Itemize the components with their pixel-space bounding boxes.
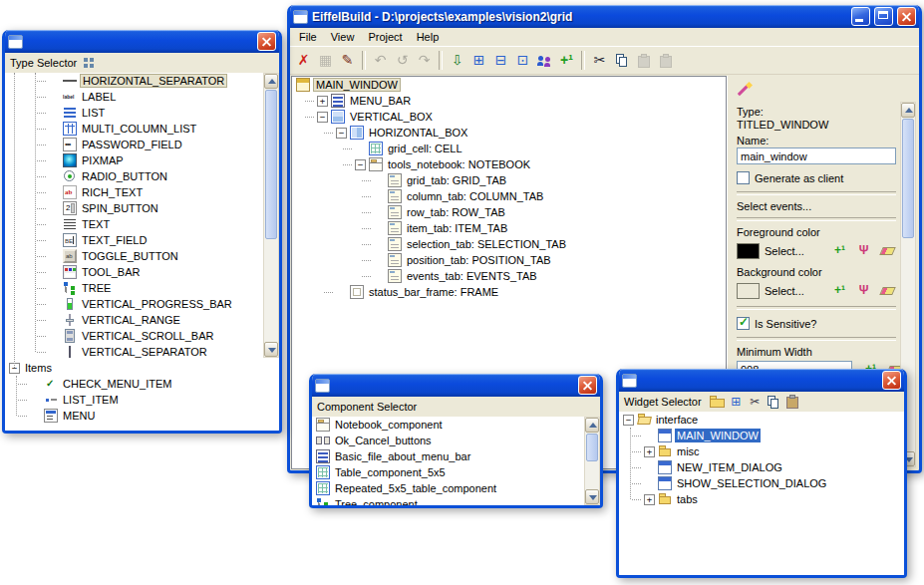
widget-item-main-window[interactable]: MAIN_WINDOW bbox=[619, 428, 904, 443]
type-item-vertical-range[interactable]: VERTICAL_RANGE bbox=[5, 312, 279, 328]
widget-item-tabs[interactable]: +tabs bbox=[619, 491, 904, 507]
expand-icon[interactable]: + bbox=[317, 96, 328, 107]
collapse-icon[interactable]: − bbox=[336, 128, 347, 139]
scroll-thumb[interactable] bbox=[902, 119, 914, 238]
foreground-swatch[interactable] bbox=[737, 243, 760, 259]
eraser-icon[interactable] bbox=[879, 242, 896, 259]
scroll-thumb[interactable] bbox=[586, 434, 598, 461]
maximize-button[interactable] bbox=[874, 7, 893, 26]
eraser-icon[interactable] bbox=[879, 282, 896, 299]
expand-icon[interactable]: + bbox=[644, 446, 655, 457]
paste-icon[interactable] bbox=[784, 394, 801, 411]
window-horizontal-icon[interactable]: ⊟ bbox=[490, 50, 511, 71]
scroll-down-button[interactable] bbox=[264, 342, 278, 357]
type-item-radio-button[interactable]: RADIO_BUTTON bbox=[5, 168, 279, 184]
type-item-spin-button[interactable]: SPIN_BUTTON bbox=[5, 200, 279, 216]
tree-item-grid-cell-cell[interactable]: grid_cell: CELL bbox=[292, 141, 726, 156]
collapse-icon[interactable]: − bbox=[355, 159, 366, 170]
scroll-thumb[interactable] bbox=[265, 90, 277, 239]
tree-item-item-tab-item-tab[interactable]: item_tab: ITEM_TAB bbox=[292, 220, 726, 236]
menu-project[interactable]: Project bbox=[361, 30, 409, 44]
type-item-check-menu-item[interactable]: CHECK_MENU_ITEM bbox=[5, 376, 279, 392]
collapse-icon[interactable]: − bbox=[623, 415, 634, 426]
close-button[interactable] bbox=[257, 32, 276, 51]
delete-icon[interactable]: ✗ bbox=[293, 50, 314, 71]
collapse-icon[interactable]: − bbox=[317, 112, 328, 123]
pick-icon[interactable]: Ψ bbox=[855, 282, 872, 299]
add-window-icon[interactable]: ⊞ bbox=[728, 394, 745, 411]
widget-item-new-item-dialog[interactable]: NEW_ITEM_DIALOG bbox=[619, 459, 904, 475]
type-item-text[interactable]: TEXT bbox=[5, 216, 279, 232]
type-item-rich-text[interactable]: RICH_TEXT bbox=[5, 184, 279, 200]
window-vertical-icon[interactable]: ⊡ bbox=[512, 50, 533, 71]
type-item-tree[interactable]: TREE bbox=[5, 280, 279, 296]
type-item-password-field[interactable]: PASSWORD_FIELD bbox=[5, 137, 279, 152]
generate-icon[interactable]: ⇩ bbox=[447, 50, 467, 71]
type-item-text-field[interactable]: TEXT_FIELD bbox=[5, 232, 279, 248]
tree-item-grid-tab-grid-tab[interactable]: grid_tab: GRID_TAB bbox=[292, 172, 726, 188]
add-one-icon[interactable]: +¹ bbox=[831, 282, 848, 299]
type-item-vertical-separator[interactable]: VERTICAL_SEPARATOR bbox=[5, 344, 279, 360]
is-sensitive-checkbox[interactable] bbox=[737, 317, 750, 330]
widget-item-interface[interactable]: −interface bbox=[619, 412, 904, 428]
tree-item-position-tab-position-tab[interactable]: position_tab: POSITION_TAB bbox=[292, 252, 726, 268]
tree-item-menu-bar[interactable]: +MENU_BAR bbox=[292, 93, 726, 109]
tree-item-selection-tab-selection-tab[interactable]: selection_tab: SELECTION_TAB bbox=[292, 236, 726, 252]
main-titlebar[interactable]: EiffelBuild - D:\projects\examples\visio… bbox=[290, 5, 919, 28]
add-one-icon[interactable]: +¹ bbox=[556, 50, 577, 71]
close-button[interactable] bbox=[578, 376, 597, 395]
type-item-vertical-progress-bar[interactable]: VERTICAL_PROGRESS_BAR bbox=[5, 296, 279, 312]
scroll-up-button[interactable] bbox=[585, 418, 599, 433]
tree-item-column-tab-column-tab[interactable]: column_tab: COLUMN_TAB bbox=[292, 188, 726, 204]
scroll-up-button[interactable] bbox=[264, 74, 278, 89]
select-events-link[interactable]: Select events... bbox=[737, 200, 896, 212]
type-item-horizontal-separator[interactable]: HORIZONTAL_SEPARATOR bbox=[5, 73, 279, 89]
foreground-select-button[interactable]: Select... bbox=[765, 245, 804, 257]
tree-item-vertical-box[interactable]: −VERTICAL_BOX bbox=[292, 109, 726, 125]
menu-help[interactable]: Help bbox=[410, 30, 447, 44]
tree-item-row-tab-row-tab[interactable]: row_tab: ROW_TAB bbox=[292, 204, 726, 220]
copy-icon[interactable] bbox=[766, 394, 782, 411]
tree-item-events-tab-events-tab[interactable]: events_tab: EVENTS_TAB bbox=[292, 268, 726, 284]
type-selector-scrollbar[interactable] bbox=[263, 73, 279, 358]
expand-icon[interactable]: + bbox=[644, 494, 655, 505]
component-item-repeated-5x5-table-component[interactable]: Repeated_5x5_table_component bbox=[312, 480, 600, 496]
new-folder-icon[interactable] bbox=[709, 394, 726, 411]
type-item-tool-bar[interactable]: TOOL_BAR bbox=[5, 264, 279, 280]
type-selector-titlebar[interactable] bbox=[5, 30, 279, 53]
minimize-button[interactable] bbox=[851, 7, 870, 26]
type-item-menu[interactable]: MENU bbox=[5, 408, 279, 424]
tree-item-status-bar-frame-frame[interactable]: status_bar_frame: FRAME bbox=[292, 284, 726, 300]
copy-icon[interactable] bbox=[611, 50, 632, 71]
component-item-table-component-5x5[interactable]: Table_component_5x5 bbox=[312, 464, 600, 480]
users-icon[interactable] bbox=[534, 50, 555, 71]
menu-file[interactable]: File bbox=[292, 30, 324, 44]
background-select-button[interactable]: Select... bbox=[765, 285, 804, 297]
close-button[interactable] bbox=[897, 7, 916, 26]
add-one-icon[interactable]: +¹ bbox=[831, 242, 848, 259]
type-item-list[interactable]: LIST bbox=[5, 105, 279, 121]
component-item-notebook-component[interactable]: Notebook_component bbox=[312, 417, 600, 433]
tree-item-tools-notebook-notebook[interactable]: −tools_notebook: NOTEBOOK bbox=[292, 156, 726, 172]
pick-icon[interactable]: Ψ bbox=[855, 242, 872, 259]
tree-item-horizontal-box[interactable]: −HORIZONTAL_BOX bbox=[292, 125, 726, 141]
type-item-multi-column-list[interactable]: MULTI_COLUMN_LIST bbox=[5, 121, 279, 137]
close-button[interactable] bbox=[882, 371, 901, 390]
type-item-list-item[interactable]: LIST_ITEM bbox=[5, 392, 279, 408]
type-item-items[interactable]: −Items bbox=[5, 360, 279, 376]
widget-item-show-selection-dialog[interactable]: SHOW_SELECTION_DIALOG bbox=[619, 475, 904, 491]
type-item-vertical-scroll-bar[interactable]: VERTICAL_SCROLL_BAR bbox=[5, 328, 279, 344]
widget-item-misc[interactable]: +misc bbox=[619, 443, 904, 459]
type-item-label[interactable]: LABEL bbox=[5, 89, 279, 105]
component-item-basic-file-about-menu-bar[interactable]: Basic_file_about_menu_bar bbox=[312, 448, 600, 464]
type-item-toggle-button[interactable]: TOGGLE_BUTTON bbox=[5, 248, 279, 264]
background-swatch[interactable] bbox=[737, 283, 760, 299]
cut-icon[interactable]: ✂ bbox=[747, 394, 764, 411]
menu-view[interactable]: View bbox=[324, 30, 362, 44]
scroll-down-button[interactable] bbox=[585, 489, 599, 504]
scroll-up-button[interactable] bbox=[901, 103, 915, 118]
cut-icon[interactable]: ✂ bbox=[589, 50, 610, 71]
widget-selector-titlebar[interactable] bbox=[619, 369, 904, 392]
generate-as-client-checkbox[interactable] bbox=[737, 171, 750, 184]
tree-item-main-window[interactable]: MAIN_WINDOW bbox=[292, 77, 726, 93]
